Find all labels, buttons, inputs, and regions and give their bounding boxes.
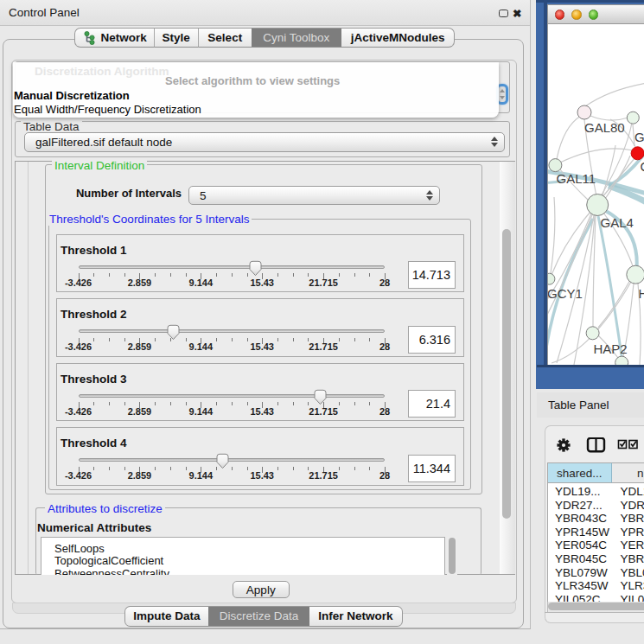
- svg-text:GAL11: GAL11: [556, 170, 596, 185]
- svg-text:C: C: [640, 158, 644, 173]
- svg-text:GAL80: GAL80: [584, 120, 625, 135]
- svg-text:GA: GA: [634, 130, 644, 144]
- svg-text:HAP2: HAP2: [593, 341, 627, 355]
- svg-text:GCY1: GCY1: [548, 285, 583, 300]
- svg-text:GAL4: GAL4: [600, 214, 633, 229]
- svg-text:H: H: [638, 285, 644, 300]
